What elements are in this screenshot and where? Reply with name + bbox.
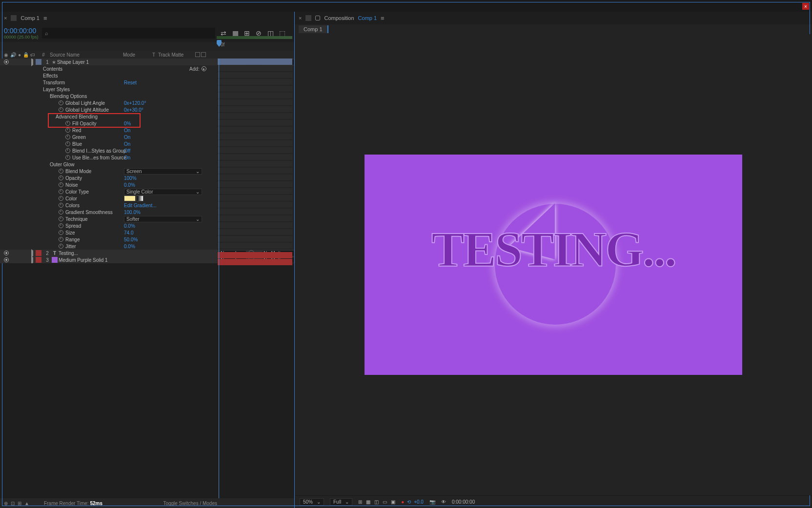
ruler-label: 0f bbox=[221, 42, 224, 47]
preview-viewport[interactable]: TESTING... bbox=[295, 34, 812, 495]
visibility-eye-icon[interactable] bbox=[4, 251, 9, 255]
value-opacity[interactable]: 100% bbox=[124, 176, 137, 181]
text-layer-icon: T bbox=[52, 251, 58, 256]
color-type-select[interactable]: Single Color⌄ bbox=[124, 189, 202, 195]
stopwatch-icon[interactable] bbox=[59, 223, 63, 228]
stopwatch-icon[interactable] bbox=[59, 216, 63, 221]
label-swatch[interactable] bbox=[36, 257, 41, 263]
edit-gradient-button[interactable]: Edit Gradient... bbox=[124, 203, 157, 208]
stopwatch-icon[interactable] bbox=[65, 148, 70, 153]
stopwatch-icon[interactable] bbox=[59, 203, 63, 208]
visibility-eye-icon[interactable] bbox=[4, 257, 9, 262]
value-gla[interactable]: 0x+120.0° bbox=[124, 100, 146, 106]
shape-layer-icon: ★ bbox=[52, 59, 56, 65]
layer-bar-solid[interactable] bbox=[218, 259, 292, 265]
twirl-icon[interactable] bbox=[31, 256, 33, 264]
stopwatch-icon[interactable] bbox=[59, 100, 63, 105]
value-green[interactable]: On bbox=[124, 135, 130, 140]
value-glalt[interactable]: 0x+30.0° bbox=[124, 107, 143, 113]
stopwatch-icon[interactable] bbox=[59, 176, 63, 180]
value-range[interactable]: 50.0% bbox=[124, 237, 138, 242]
value-ubs[interactable]: On bbox=[124, 155, 130, 160]
add-button[interactable]: Add:▸ bbox=[189, 66, 206, 72]
stopwatch-icon[interactable] bbox=[59, 196, 63, 201]
stopwatch-icon[interactable] bbox=[59, 230, 63, 235]
value-jitter[interactable]: 0.0% bbox=[124, 244, 135, 249]
close-button[interactable]: × bbox=[802, 3, 809, 10]
value-size[interactable]: 74.0 bbox=[124, 230, 133, 235]
value-blue[interactable]: On bbox=[124, 141, 130, 147]
stopwatch-icon[interactable] bbox=[65, 141, 70, 146]
layer-bar-shape[interactable] bbox=[218, 59, 292, 65]
layer-name[interactable]: Shape Layer 1 bbox=[56, 59, 219, 65]
layer-number: 1 bbox=[43, 59, 52, 65]
value-gs[interactable]: 100.0% bbox=[124, 210, 141, 215]
layer-number: 2 bbox=[43, 251, 52, 256]
playhead-line bbox=[219, 59, 219, 498]
layer-bar-text[interactable] bbox=[218, 252, 292, 258]
stopwatch-icon[interactable] bbox=[59, 237, 63, 242]
composition-panel: × Composition Comp 1 ≡ Comp 1 TESTING... bbox=[295, 12, 812, 508]
value-noise[interactable]: 0.0% bbox=[124, 182, 135, 188]
layer-name[interactable]: Testing... bbox=[58, 251, 219, 256]
stopwatch-icon[interactable] bbox=[65, 135, 70, 139]
label-swatch[interactable] bbox=[36, 59, 41, 65]
preview-text: TESTING... bbox=[365, 221, 742, 278]
stopwatch-icon[interactable] bbox=[59, 107, 63, 112]
close-x-label: × bbox=[804, 4, 807, 9]
stopwatch-icon[interactable] bbox=[59, 182, 63, 187]
stopwatch-icon[interactable] bbox=[59, 210, 63, 215]
timeline-track-area[interactable]: for(let i=1;i<=27;i++)document.write('<d… bbox=[215, 59, 294, 498]
reset-button[interactable]: Reset bbox=[124, 80, 137, 85]
value-fill-opacity[interactable]: 0% bbox=[124, 121, 131, 126]
stopwatch-icon[interactable] bbox=[65, 121, 70, 126]
stopwatch-icon[interactable] bbox=[59, 169, 63, 174]
visibility-eye-icon[interactable] bbox=[4, 59, 9, 64]
color-swatch[interactable] bbox=[124, 195, 136, 201]
label-swatch[interactable] bbox=[36, 250, 41, 256]
eyedropper-icon[interactable] bbox=[137, 195, 143, 201]
value-spread[interactable]: 0.0% bbox=[124, 223, 135, 229]
value-red[interactable]: On bbox=[124, 128, 130, 133]
stopwatch-icon[interactable] bbox=[59, 189, 63, 194]
solid-layer-icon bbox=[52, 257, 58, 263]
layer-name[interactable]: Medium Purple Solid 1 bbox=[58, 257, 219, 263]
stopwatch-icon[interactable] bbox=[65, 155, 70, 160]
stopwatch-icon[interactable] bbox=[65, 128, 70, 133]
blend-mode-select[interactable]: Screen⌄ bbox=[124, 168, 202, 175]
technique-select[interactable]: Softer⌄ bbox=[124, 216, 202, 222]
timeline-panel: × Comp 1 ≡ 0:00:00:00 00000 (25.00 fps) … bbox=[0, 12, 295, 508]
value-bsg[interactable]: Off bbox=[124, 148, 130, 154]
twirl-icon[interactable] bbox=[31, 59, 33, 66]
stopwatch-icon[interactable] bbox=[59, 244, 63, 249]
layer-number: 3 bbox=[43, 257, 52, 263]
